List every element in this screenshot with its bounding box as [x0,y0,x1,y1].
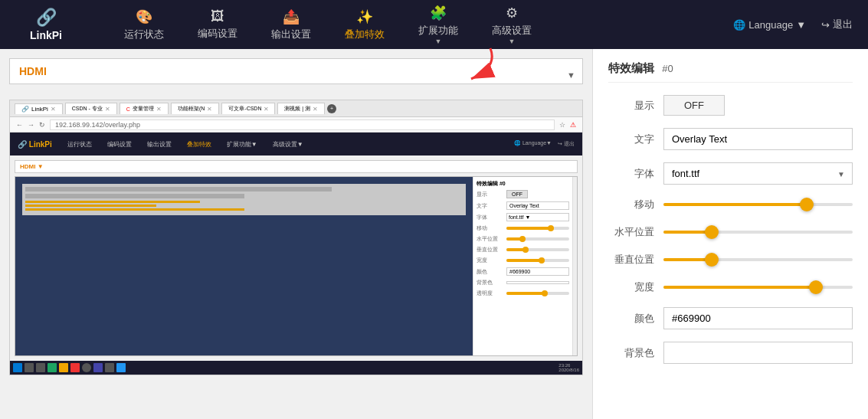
taskbar-icon-8 [105,363,114,372]
hpos-slider-thumb[interactable] [705,225,719,239]
taskbar-icon-1 [25,363,34,372]
address-text[interactable]: 192.168.99.142/overlay.php [50,119,555,130]
preview-inner-slider3 [25,208,244,211]
preview-label-display: 显示 [477,191,503,198]
toggle-display-btn[interactable]: OFF [663,95,725,116]
nav-item-encoding[interactable]: 🖼 编码设置 [181,1,254,48]
vpos-slider-thumb[interactable] [705,253,719,267]
preview-bgcolor-field [506,281,569,284]
lang-chevron-icon: ▼ [796,19,806,31]
nav-label-extend: 扩展功能 [418,24,458,38]
extend-icon: 🧩 [430,5,447,21]
vpos-slider-track [663,258,853,261]
preview-move-slider [506,227,569,230]
preview-browser-bar: 🔗 LinkPi ✕ CSDN - 专业 ✕ C 变量管理 ✕ 功能框架(N ✕ [10,100,582,117]
width-slider-fill [663,286,815,289]
preview-row-vpos: 垂直位置 [477,246,569,254]
preview-label-font: 字体 [477,214,503,221]
control-hpos [663,224,853,240]
exit-icon: ↪ [821,19,830,31]
forward-icon: → [28,121,34,129]
color-input[interactable] [663,307,853,329]
preview-tab-linkpi: 🔗 LinkPi ✕ [15,103,63,114]
move-slider-thumb[interactable] [800,198,814,211]
exit-button[interactable]: ↪ 退出 [821,18,853,31]
preview-label-color: 颜色 [477,268,503,276]
taskbar-icon-7 [93,363,103,372]
label-hpos: 水平位置 [608,225,654,239]
form-row-width: 宽度 [608,280,853,295]
source-select[interactable]: HDMI [9,58,583,84]
nav-label-output: 输出设置 [271,28,311,41]
hpos-slider-fill [663,231,711,234]
nav-item-advanced[interactable]: ⚙ 高级设置 ▼ [475,0,549,53]
label-font: 字体 [608,167,654,181]
logo-icon: 🔗 [36,8,57,28]
preview-move-fill [506,227,550,230]
preview-label-width: 宽度 [477,257,503,264]
control-display: OFF [663,95,853,116]
preview-panel-title: 特效编辑 #0 [477,180,569,188]
exit-label: 退出 [833,18,853,31]
preview-nav-advanced: 高级设置▼ [273,140,303,149]
warning-icon: ⚠ [570,121,576,129]
width-slider-thumb[interactable] [809,280,823,294]
preview-nav-overlay: 叠加特效 [187,140,211,149]
form-row-hpos: 水平位置 [608,224,853,240]
preview-inner-slider1 [25,201,200,203]
preview-taskbar: 23:262020/8/16 [10,361,582,375]
form-row-color: 颜色 [608,307,853,329]
preview-label-hpos: 水平位置 [477,235,503,243]
preview-tab-csdn1: CSDN - 专业 ✕ [65,103,117,114]
preview-width-fill [506,259,541,262]
preview-screen-content [15,177,473,355]
preview-nav-right: 🌐 Language▼ ↪ 退出 [514,140,575,148]
preview-vpos-thumb [522,247,529,253]
taskbar-icon-4 [59,363,68,372]
control-move [663,197,853,212]
preview-row-hpos: 水平位置 [477,235,569,243]
preview-hdmi-select: HDMI ▼ [15,160,578,173]
font-select[interactable]: font.ttf [663,162,853,185]
preview-nav-status: 运行状态 [67,140,92,149]
main-area: HDMI 🔗 LinkPi ✕ CSDN - 专业 ✕ C 变量管理 ✕ [0,49,868,419]
encoding-icon: 🖼 [211,8,224,25]
text-input[interactable] [663,128,853,150]
nav-item-status[interactable]: 🎨 运行状态 [107,1,181,49]
preview-tab-c1: C 变量管理 ✕ [120,103,169,114]
taskbar-icon-9 [116,363,126,372]
preview-nav-output: 输出设置 [147,140,172,149]
preview-scrollbar[interactable] [572,177,577,355]
label-color: 颜色 [608,312,654,326]
new-tab-button[interactable]: + [327,104,336,113]
preview-page-nav: 🔗 LinkPi 运行状态 编码设置 输出设置 叠加特效 扩展功能▼ 高级设置▼… [10,133,582,155]
nav-item-extend[interactable]: 🧩 扩展功能 ▼ [401,0,475,53]
preview-row-bgcolor: 背景色 [477,279,569,286]
preview-inner-row2 [25,194,244,198]
logo-text: LinkPi [30,29,62,41]
taskbar-clock: 23:262020/8/16 [558,363,579,372]
label-move: 移动 [608,198,654,211]
preview-tab-n: 功能框架(N ✕ [171,103,219,114]
nav-item-overlay[interactable]: ✨ 叠加特效 [328,1,401,49]
nav-label-advanced: 高级设置 [492,24,532,38]
language-label: Language [748,19,793,31]
back-icon: ← [16,121,23,129]
taskbar-icon-3 [47,363,57,372]
label-width: 宽度 [608,280,654,294]
control-width [663,280,853,295]
label-display: 显示 [608,99,654,113]
advanced-icon: ⚙ [506,5,518,21]
left-panel: HDMI 🔗 LinkPi ✕ CSDN - 专业 ✕ C 变量管理 ✕ [0,49,592,419]
screenshot-preview: 🔗 LinkPi ✕ CSDN - 专业 ✕ C 变量管理 ✕ 功能框架(N ✕ [9,100,583,375]
preview-screen-bg [15,177,473,355]
nav-item-output[interactable]: 📤 输出设置 [254,1,328,49]
bgcolor-input[interactable] [663,342,853,364]
language-button[interactable]: 🌐 Language ▼ [733,19,806,31]
preview-tab-test1: 测视频 | 测 ✕ [277,103,325,114]
preview-vpos-slider [506,248,569,251]
form-row-vpos: 垂直位置 [608,252,853,267]
control-font: font.ttf [663,162,853,185]
preview-inner-header [22,184,466,215]
preview-body: HDMI ▼ [10,155,582,361]
